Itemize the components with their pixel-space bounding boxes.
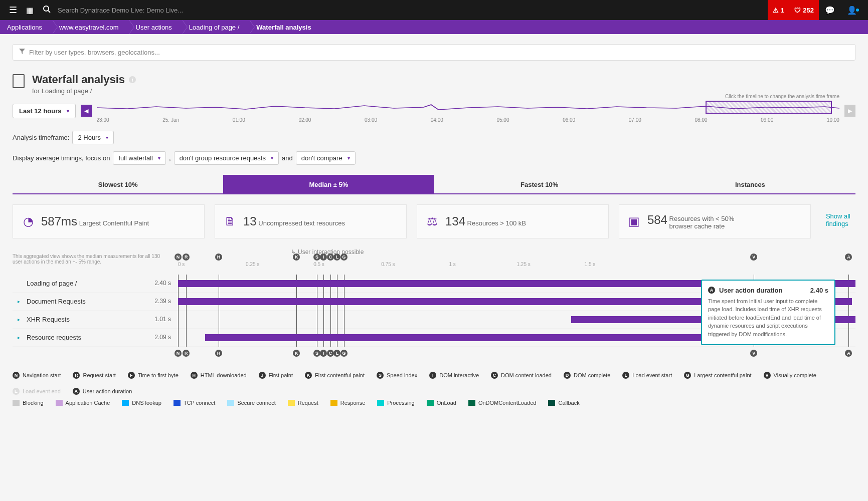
marker-L[interactable]: L <box>333 350 340 357</box>
timeline-selection[interactable] <box>706 101 832 114</box>
top-bar: ☰ ▦ Search Dynatrace Demo Live: Demo Liv… <box>0 0 868 20</box>
legend-badge: N <box>13 372 20 379</box>
display-options-row: Display average timings, focus on full w… <box>13 151 855 165</box>
row-name: Loading of page / <box>27 280 77 287</box>
marker-S[interactable]: S <box>313 254 320 261</box>
waterfall-page-icon <box>13 74 25 88</box>
timeline-next-button[interactable]: ▶ <box>844 105 855 117</box>
stack-icon: ▣ <box>627 214 641 228</box>
time-range-selector[interactable]: Last 12 hours▾ <box>13 104 76 118</box>
legend-swatch <box>377 400 384 406</box>
marker-H[interactable]: H <box>215 254 222 261</box>
marker-G[interactable]: G <box>340 350 348 357</box>
and-label: and <box>282 154 293 162</box>
legend-item: DDOM complete <box>564 372 610 379</box>
tab-slowest[interactable]: Slowest 10% <box>13 175 223 193</box>
legend-badge: J <box>259 372 266 379</box>
tab-median[interactable]: Median ± 5% <box>223 175 434 193</box>
legend-item: Callback <box>548 400 579 406</box>
crumb-current: Waterfall analysis <box>249 20 321 34</box>
legend-item: IDOM interactive <box>429 372 479 379</box>
marker-G[interactable]: G <box>340 254 348 261</box>
shield-badge[interactable]: 🛡 252 <box>789 0 819 20</box>
crumb-user-actions[interactable]: User actions <box>129 20 182 34</box>
marker-C[interactable]: C <box>327 350 334 357</box>
analysis-label: Analysis timeframe: <box>13 134 69 141</box>
filter-input[interactable]: Filter by user types, browsers, geolocat… <box>13 44 855 61</box>
compare-selector[interactable]: don't compare▾ <box>296 151 356 165</box>
waterfall-bar[interactable] <box>205 334 788 341</box>
legend-item: Blocking <box>13 400 44 406</box>
chevron-down-icon: ▾ <box>67 108 69 114</box>
tooltip-title: User action duration <box>719 287 782 294</box>
legend-item: FTime to first byte <box>128 372 179 379</box>
metric-large-resources[interactable]: ⚖ 134 Resources > 100 kB <box>417 204 609 238</box>
legend-badge: D <box>564 372 571 379</box>
crumb-loading[interactable]: Loading of page / <box>182 20 249 34</box>
marker-H[interactable]: H <box>215 350 222 357</box>
legend-item: AUser action duration <box>73 388 132 395</box>
legend-badge: S <box>377 372 384 379</box>
marker-A[interactable]: A <box>845 350 852 357</box>
marker-I[interactable]: I <box>320 350 327 357</box>
marker-S[interactable]: S <box>313 350 320 357</box>
waterfall-note: This aggregated view shows the median me… <box>13 254 178 275</box>
chat-icon[interactable]: 💬 <box>819 6 841 15</box>
scale-icon: ⚖ <box>425 214 439 228</box>
marker-K[interactable]: K <box>293 254 300 261</box>
metric-lcp[interactable]: ◔ 587ms Largest Contentful Paint <box>13 204 205 238</box>
timeline-chart[interactable]: Click the timeline to change the analysi… <box>97 101 839 121</box>
marker-L[interactable]: L <box>333 254 340 261</box>
hamburger-icon[interactable]: ☰ <box>5 5 21 16</box>
page-header: Waterfall analysisi for Loading of page … <box>13 73 855 95</box>
timeline-prev-button[interactable]: ◀ <box>81 105 92 117</box>
search-input[interactable]: Search Dynatrace Demo Live: Demo Live... <box>55 7 768 14</box>
problems-badge[interactable]: ⚠ 1 <box>768 0 789 20</box>
marker-R[interactable]: R <box>183 254 190 261</box>
row-name: Document Requests <box>27 298 86 305</box>
marker-C[interactable]: C <box>327 254 334 261</box>
marker-I[interactable]: I <box>320 254 327 261</box>
marker-K[interactable]: K <box>293 350 300 357</box>
tab-fastest[interactable]: Fastest 10% <box>434 175 645 193</box>
crumb-app[interactable]: www.easytravel.com <box>52 20 128 34</box>
show-all-findings-link[interactable]: Show all findings <box>821 204 855 238</box>
marker-V[interactable]: V <box>750 254 757 261</box>
marker-A[interactable]: A <box>845 254 852 261</box>
grouping-selector[interactable]: don't group resource requests▾ <box>174 151 279 165</box>
tooltip: A User action duration 2.40 s Time spent… <box>701 280 835 346</box>
analysis-timeframe-selector[interactable]: 2 Hours▾ <box>72 131 114 144</box>
marker-R[interactable]: R <box>183 350 190 357</box>
legend-item: HHTML downloaded <box>191 372 247 379</box>
crumb-applications[interactable]: Applications <box>0 20 52 34</box>
chevron-down-icon: ▾ <box>106 135 108 140</box>
legend-badge: C <box>491 372 498 379</box>
legend-swatch <box>122 400 129 406</box>
module-icon[interactable]: ▦ <box>21 6 39 15</box>
svg-line-1 <box>48 11 50 13</box>
chevron-down-icon: ▾ <box>158 155 160 161</box>
metric-uncompressed[interactable]: 🗎 13 Uncompressed text resources <box>215 204 407 238</box>
tab-instances[interactable]: Instances <box>645 175 855 193</box>
legend-item: GLargest contentful paint <box>684 372 751 379</box>
row-value: 2.39 s <box>154 298 171 305</box>
info-icon[interactable]: i <box>129 76 136 83</box>
shield-icon: 🛡 <box>794 7 801 14</box>
legend-item: TCP connect <box>173 400 215 406</box>
display-label: Display average timings, focus on <box>13 154 110 162</box>
marker-V[interactable]: V <box>750 350 757 357</box>
waterfall-selector[interactable]: full waterfall▾ <box>113 151 166 165</box>
legend-item: ELoad event end <box>13 388 61 395</box>
expand-icon[interactable]: ▸ <box>18 299 24 304</box>
metric-cache-rate[interactable]: ▣ 584 Resources with < 50% browser cache… <box>619 204 811 238</box>
tooltip-badge: A <box>708 287 715 294</box>
page-subtitle: for Loading of page / <box>32 87 136 95</box>
row-value: 2.09 s <box>154 334 171 341</box>
expand-icon[interactable]: ▸ <box>18 335 24 340</box>
legend-badge: L <box>622 372 629 379</box>
user-menu[interactable]: 👤 <box>841 6 863 15</box>
timeline-row: Last 12 hours▾ ◀ Click the timeline to c… <box>13 101 855 121</box>
search-icon[interactable] <box>39 5 55 15</box>
legend-swatch <box>288 400 295 406</box>
expand-icon[interactable]: ▸ <box>18 317 24 322</box>
